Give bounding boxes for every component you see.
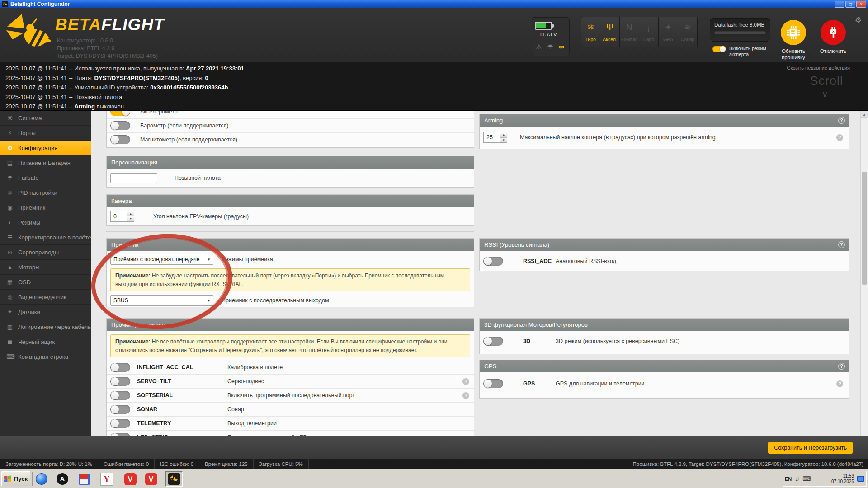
- globe-icon: [36, 473, 47, 485]
- update-firmware-button[interactable]: Обновить прошивку: [774, 20, 813, 61]
- app-icon: [2, 1, 8, 7]
- motor-icon: ▲: [6, 264, 14, 271]
- letter-a-icon: A: [57, 473, 68, 485]
- accelerometer-toggle[interactable]: [110, 111, 130, 116]
- sidebar-item-setup[interactable]: ⚒Система: [0, 111, 91, 126]
- letter-v-icon: V: [124, 473, 137, 485]
- cpu-load-status: Загрузка CPU: 5%: [254, 459, 309, 469]
- arming-header: Arming ?: [480, 114, 849, 127]
- serial-receiver-provider-select[interactable]: SBUS: [110, 295, 213, 306]
- browser-quicklaunch-icon[interactable]: [34, 472, 49, 486]
- sidebar-item-modes[interactable]: ◐Режимы: [0, 215, 91, 230]
- log-line: 2025-10-07 @ 11:51:41 -- Позывной пилота…: [0, 92, 868, 102]
- language-indicator[interactable]: EN: [785, 476, 792, 482]
- configuration-tab-content: Акселерометр Барометр (если поддерживает…: [91, 111, 860, 436]
- windows-flag-icon: [4, 475, 12, 482]
- save-quicklaunch-icon[interactable]: [77, 472, 91, 486]
- rssi-adc-toggle[interactable]: [483, 257, 503, 266]
- help-icon[interactable]: ?: [838, 241, 845, 248]
- betaflight-taskbar-button[interactable]: [165, 471, 183, 487]
- sidebar-item-receiver[interactable]: ◉Приёмник: [0, 200, 91, 215]
- maximize-button[interactable]: □: [845, 1, 855, 8]
- help-icon[interactable]: ?: [462, 378, 469, 385]
- vivaldi-icon-1[interactable]: V: [123, 472, 137, 486]
- disconnect-button[interactable]: × Отключить: [814, 20, 853, 54]
- hide-recent-actions-link[interactable]: Скрыть недавние действия: [787, 65, 850, 70]
- log-panel: 2025-10-07 @ 11:51:41 -- Используется пр…: [0, 62, 868, 111]
- help-icon[interactable]: ?: [838, 117, 845, 124]
- settings-gear-icon[interactable]: ⚙: [855, 15, 862, 25]
- arming-angle-stepper[interactable]: ▲▼: [500, 132, 507, 143]
- sidebar-item-pid-tuning[interactable]: ⚛PID настройки: [0, 185, 91, 200]
- barometer-toggle[interactable]: [110, 121, 130, 130]
- sidebar-item-motors[interactable]: ▲Моторы: [0, 260, 91, 275]
- betaflight-logo-icon: [6, 14, 52, 55]
- os-taskbar: Пуск A Y V V EN ♫ ⌨ 11:53: [0, 469, 868, 488]
- expert-mode-toggle[interactable]: [712, 46, 726, 52]
- plug-icon: ⚡: [6, 130, 14, 136]
- blackbox-icon: ◼: [6, 338, 14, 345]
- arming-angle-input[interactable]: 25 ▲▼: [483, 132, 507, 143]
- sidebar-item-tethered-logging[interactable]: ▥Логирование через кабель: [0, 319, 91, 334]
- sidebar-item-blackbox[interactable]: ◼Чёрный ящик: [0, 334, 91, 349]
- bottom-action-bar: Сохранить и Перезагрузить: [0, 436, 868, 459]
- log-line: 2025-10-07 @ 11:51:41 -- Arming выключен: [0, 102, 868, 111]
- help-icon[interactable]: ?: [462, 392, 469, 399]
- sidebar-item-power-battery[interactable]: ▤Питание и Батарея: [0, 155, 91, 170]
- telemetry-toggle[interactable]: [110, 419, 130, 428]
- motor3d-toggle[interactable]: [483, 337, 503, 346]
- scrollbar-thumb[interactable]: [862, 172, 867, 285]
- servo-tilt-toggle[interactable]: [110, 377, 130, 386]
- sonar-toggle[interactable]: [110, 405, 130, 414]
- help-icon[interactable]: ?: [836, 380, 843, 387]
- help-icon[interactable]: ?: [836, 134, 843, 141]
- personalization-section: Персонализация Позывной пилота: [106, 156, 474, 188]
- sidebar-item-video-transmitter[interactable]: ◎Видеопередатчик: [0, 290, 91, 305]
- softserial-toggle[interactable]: [110, 391, 130, 400]
- led-strip-toggle[interactable]: [110, 433, 130, 436]
- battery-icon: [535, 22, 552, 30]
- keyboard-icon[interactable]: ⌨: [802, 475, 811, 482]
- osd-icon: ▦: [6, 279, 14, 286]
- firmware-version: Прошивка: BTFL 4.2.9: [57, 45, 158, 52]
- start-button[interactable]: Пуск: [1, 471, 30, 486]
- gps-toggle[interactable]: [483, 379, 503, 388]
- network-monitor-icon[interactable]: [857, 476, 864, 482]
- tray-clock[interactable]: 11:53 07.10.2025: [831, 474, 854, 484]
- system-section: Акселерометр Барометр (если поддерживает…: [106, 111, 474, 148]
- sidebar-item-cli[interactable]: ⌨Командная строка: [0, 349, 91, 364]
- volume-icon[interactable]: ♫: [795, 475, 799, 482]
- sidebar-item-configuration[interactable]: ⚙Конфигурация: [0, 141, 91, 155]
- sidebar-item-ports[interactable]: ⚡Порты: [0, 126, 91, 141]
- camera-angle-input[interactable]: 0 ▲▼: [110, 211, 134, 222]
- sidebar-item-osd[interactable]: ▦OSD: [0, 275, 91, 290]
- yandex-browser-icon[interactable]: Y: [99, 472, 114, 486]
- save-and-reboot-button[interactable]: Сохранить и Перезагрузить: [768, 442, 853, 454]
- help-icon[interactable]: ?: [838, 363, 845, 370]
- camera-angle-stepper[interactable]: ▲▼: [127, 211, 134, 222]
- vivaldi-icon-2[interactable]: V: [144, 472, 158, 486]
- sidebar-item-failsafe[interactable]: ☂Failsafe: [0, 170, 91, 185]
- sensors-icon: ⌖: [6, 308, 14, 315]
- inflight-acc-cal-toggle[interactable]: [110, 363, 130, 372]
- aimp-quicklaunch-icon[interactable]: A: [55, 472, 70, 486]
- sidebar-item-servos[interactable]: ⊙Сервоприводы: [0, 245, 91, 260]
- camera-header: Камера: [107, 195, 474, 207]
- sensor-gyro: ⚛ Гиро: [581, 17, 600, 47]
- motor3d-header: 3D функционал Моторов/Регуляторов: [480, 319, 849, 331]
- sidebar-item-sensors[interactable]: ⌖Датчики: [0, 305, 91, 319]
- sidebar-item-adjustments[interactable]: ☰Корректирование в полёте: [0, 230, 91, 245]
- sensor-sonar: ≋ Сонар: [678, 17, 698, 47]
- logging-icon: ▥: [6, 324, 14, 330]
- pilot-name-input[interactable]: [110, 173, 157, 183]
- log-line: 2025-10-07 @ 11:51:41 -- Уникальный ID у…: [0, 83, 868, 92]
- compass-icon: N: [620, 21, 639, 35]
- close-button[interactable]: ×: [856, 1, 866, 8]
- minimize-button[interactable]: —: [835, 1, 844, 8]
- gps-header: GPS ?: [480, 360, 849, 372]
- bee-icon: [170, 475, 178, 483]
- magnetometer-toggle[interactable]: [110, 135, 130, 144]
- receiver-mode-select[interactable]: Приёмник с последоват. передаче: [110, 254, 213, 265]
- scroll-up-arrow[interactable]: ▲: [861, 111, 868, 118]
- betaflight-wordmark: BETAFLIGHT: [55, 15, 165, 34]
